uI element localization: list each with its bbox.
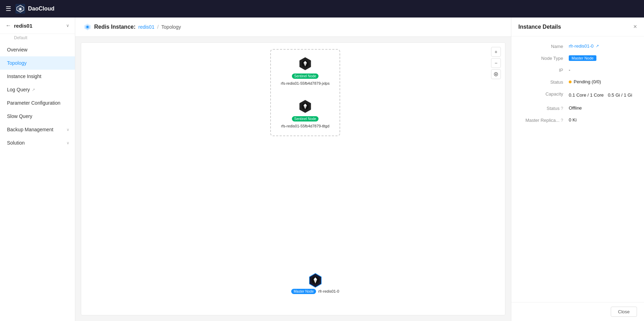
detail-master-replica-label: Master Replica... ?	[520, 117, 569, 123]
svg-point-17	[314, 278, 316, 280]
capacity-line2: 0.5 Gi / 1 Gi	[608, 91, 632, 99]
node-type-badge: Master Node	[569, 55, 596, 61]
sidebar-item-label: Backup Management	[7, 127, 53, 132]
detail-master-replica-row: Master Replica... ? 0 Ki	[520, 117, 636, 123]
zoom-fit-button[interactable]	[491, 69, 501, 79]
chevron-down-icon: ∨	[66, 141, 69, 145]
redis-icon	[84, 23, 91, 31]
svg-point-3	[19, 8, 21, 10]
topology-canvas: + −	[81, 42, 505, 315]
breadcrumb: Redis Instance: redis01 / Topology	[75, 18, 511, 37]
detail-status-label: Status	[520, 79, 569, 85]
status-dot	[569, 81, 572, 83]
sentinel-node-icon-1	[298, 56, 313, 71]
sentinel-node-1[interactable]: Sentinel Node rfs-redis01-55fb4d7879-jxl…	[274, 56, 336, 86]
detail-name-label: Name	[520, 43, 569, 49]
master-replica-help-icon[interactable]: ?	[561, 118, 563, 123]
close-icon[interactable]: ×	[633, 23, 637, 30]
master-node-label-row: Master Node rfr-redis01-0	[291, 289, 339, 294]
detail-master-replica-value: 0 Ki	[569, 117, 576, 123]
close-button[interactable]: Close	[611, 307, 637, 317]
sentinel-node-label-row-2: Sentinel Node rfs-redis01-55fb4d7879-tlt…	[274, 116, 336, 129]
instance-name-link[interactable]: rfr-redis01-0	[569, 43, 594, 49]
sentinel-badge-1: Sentinel Node	[292, 74, 319, 79]
capacity-line1: 0.1 Core / 1 Core	[569, 91, 604, 99]
content-area: Redis Instance: redis01 / Topology + −	[75, 18, 511, 321]
detail-node-type-value: Master Node	[569, 55, 596, 61]
fit-view-icon	[493, 72, 498, 77]
sidebar-header: ← redis01 ∨	[0, 18, 75, 34]
sidebar-item-label: Topology	[7, 60, 27, 66]
status-text: Pending (0/0)	[574, 79, 601, 84]
menu-icon[interactable]: ☰	[6, 5, 11, 13]
sidebar-item-slow-query[interactable]: Slow Query	[0, 110, 75, 123]
sentinel-node-icon-2	[298, 99, 313, 114]
detail-capacity-row: Capacity 0.1 Core / 1 Core 0.5 Gi / 1 Gi	[520, 91, 636, 99]
sidebar-header-left: ← redis01	[6, 22, 33, 29]
detail-name-value: rfr-redis01-0 ↗	[569, 43, 599, 49]
sidebar-item-parameter-configuration[interactable]: Parameter Configuration	[0, 96, 75, 110]
sidebar-item-label: Log Query	[7, 87, 30, 92]
sentinel-node-label-row-1: Sentinel Node rfs-redis01-55fb4d7879-jxl…	[274, 74, 336, 86]
svg-point-11	[304, 62, 306, 63]
sidebar-item-solution[interactable]: Solution ∨	[0, 136, 75, 149]
sentinel-node-name-2: rfs-redis01-55fb4d7879-tltgd	[281, 124, 329, 129]
detail-status2-row: Status ? Offline	[520, 105, 636, 111]
brand-name: DaoCloud	[28, 6, 55, 12]
details-header: Instance Details ×	[511, 18, 644, 36]
sidebar-item-log-query[interactable]: Log Query ↗	[0, 83, 75, 96]
sentinel-group: Sentinel Node rfs-redis01-55fb4d7879-jxl…	[270, 49, 340, 136]
breadcrumb-title: Redis Instance:	[94, 24, 135, 30]
sidebar: ← redis01 ∨ Default Overview Topology In…	[0, 18, 75, 321]
sidebar-item-label: Parameter Configuration	[7, 100, 61, 106]
sidebar-chevron-icon[interactable]: ∨	[66, 23, 69, 28]
breadcrumb-link[interactable]: redis01	[138, 24, 154, 30]
sidebar-item-label: Slow Query	[7, 113, 32, 119]
topnav: ☰ DaoCloud	[0, 0, 644, 18]
svg-point-6	[86, 26, 89, 28]
details-panel-title: Instance Details	[518, 24, 561, 30]
zoom-in-button[interactable]: +	[491, 47, 501, 57]
svg-point-14	[304, 104, 306, 106]
detail-name-row: Name rfr-redis01-0 ↗	[520, 43, 636, 49]
sidebar-instance-name: redis01	[14, 23, 33, 29]
master-node[interactable]: Master Node rfr-redis01-0	[291, 272, 339, 294]
svg-point-8	[495, 74, 497, 75]
sidebar-item-label: Instance Insight	[7, 74, 41, 79]
detail-status2-value: Offline	[569, 105, 582, 111]
sidebar-item-overview[interactable]: Overview	[0, 43, 75, 56]
zoom-out-button[interactable]: −	[491, 58, 501, 68]
detail-status2-label: Status ?	[520, 105, 569, 111]
detail-status-value: Pending (0/0)	[569, 79, 601, 84]
external-link-icon[interactable]: ↗	[596, 44, 599, 48]
master-node-name: rfr-redis01-0	[318, 289, 339, 294]
zoom-controls: + −	[491, 47, 501, 79]
sidebar-item-topology[interactable]: Topology	[0, 56, 75, 70]
sentinel-node-2[interactable]: Sentinel Node rfs-redis01-55fb4d7879-tlt…	[274, 99, 336, 129]
details-footer: Close	[511, 302, 644, 321]
details-panel: Instance Details × Name rfr-redis01-0 ↗ …	[511, 18, 644, 321]
detail-ip-label: IP	[520, 67, 569, 73]
breadcrumb-separator: /	[157, 24, 159, 30]
detail-capacity-label: Capacity	[520, 91, 569, 97]
sidebar-item-backup-management[interactable]: Backup Management ∨	[0, 123, 75, 136]
external-link-icon: ↗	[32, 88, 35, 92]
sidebar-default-label: Default	[0, 34, 75, 43]
master-node-icon	[307, 272, 324, 289]
sidebar-item-instance-insight[interactable]: Instance Insight	[0, 70, 75, 83]
detail-status-row: Status Pending (0/0)	[520, 79, 636, 85]
sentinel-badge-2: Sentinel Node	[292, 116, 319, 121]
details-body: Name rfr-redis01-0 ↗ Node Type Master No…	[511, 36, 644, 302]
detail-ip-row: IP -	[520, 67, 636, 73]
detail-node-type-row: Node Type Master Node	[520, 55, 636, 61]
breadcrumb-current: Topology	[161, 24, 181, 30]
detail-capacity-value: 0.1 Core / 1 Core 0.5 Gi / 1 Gi	[569, 91, 632, 99]
main-layout: ← redis01 ∨ Default Overview Topology In…	[0, 18, 644, 321]
detail-ip-value: -	[569, 67, 570, 72]
chevron-down-icon: ∨	[66, 127, 69, 132]
sentinel-node-name-1: rfs-redis01-55fb4d7879-jxlps	[281, 81, 329, 86]
sidebar-item-label: Solution	[7, 140, 25, 146]
help-icon[interactable]: ?	[561, 106, 563, 111]
back-icon[interactable]: ←	[6, 22, 11, 29]
sidebar-item-label: Overview	[7, 47, 27, 53]
